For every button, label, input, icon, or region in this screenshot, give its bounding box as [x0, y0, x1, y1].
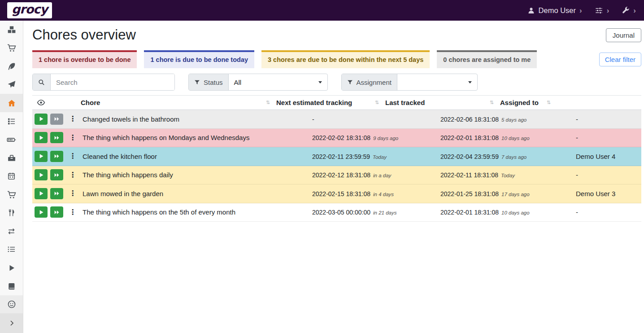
- brand-logo[interactable]: grocy: [7, 2, 52, 18]
- sidebar-item-purchase[interactable]: [0, 185, 23, 204]
- track-chore-button[interactable]: [35, 169, 48, 180]
- smiley-icon: [7, 300, 16, 309]
- status-filter-group: Status All: [188, 74, 328, 91]
- settings-menu[interactable]: ›: [595, 6, 609, 15]
- assigned-to-value: -: [572, 115, 641, 123]
- skip-chore-button[interactable]: [50, 151, 63, 162]
- main-content: Chores overview Journal 1 chore is overd…: [23, 21, 644, 333]
- sidebar: [0, 21, 23, 333]
- list-icon: [7, 245, 16, 254]
- last-tracked-relative: Today: [501, 173, 515, 178]
- next-tracking-relative: 9 days ago: [373, 136, 398, 141]
- next-tracking-value: 2022-02-11 23:59:59: [312, 153, 370, 160]
- track-chore-button[interactable]: [35, 188, 48, 199]
- sidebar-expand-toggle[interactable]: [0, 313, 23, 333]
- caret-down-icon: [318, 81, 322, 83]
- sidebar-item-feedback[interactable]: [0, 295, 23, 313]
- row-menu-button[interactable]: ⋮: [68, 115, 77, 123]
- journal-button[interactable]: Journal: [606, 28, 641, 42]
- chore-name: Lawn mowed in the garden: [79, 190, 309, 197]
- header-chore[interactable]: Chore⇅: [81, 96, 276, 110]
- skip-chore-button[interactable]: [50, 169, 63, 180]
- header-assigned-to[interactable]: Assigned to⇅: [500, 96, 557, 110]
- sidebar-item-meal-plan[interactable]: [0, 75, 23, 94]
- assignment-select[interactable]: [397, 74, 477, 90]
- sidebar-item-chores[interactable]: [0, 94, 23, 112]
- next-tracking-relative: in a day: [373, 173, 391, 178]
- chevron-right-icon: [8, 320, 15, 327]
- sort-icon: ⇅: [266, 100, 270, 105]
- next-tracking-relative: Today: [373, 154, 387, 160]
- last-tracked-relative: 17 days ago: [501, 192, 530, 197]
- assigned-to-value: -: [572, 134, 641, 141]
- due-today-banner[interactable]: 1 chore is due to be done today: [144, 50, 254, 68]
- chevron-right-icon: ›: [579, 7, 582, 14]
- last-tracked-value: 2022-01-25 18:31:08: [440, 190, 499, 197]
- play-icon: [39, 210, 44, 215]
- user-menu[interactable]: Demo User ›: [527, 6, 582, 15]
- search-input[interactable]: [51, 74, 174, 90]
- sidebar-item-transfer[interactable]: [0, 222, 23, 241]
- sidebar-item-recipes[interactable]: [0, 57, 23, 76]
- sort-icon: ⇅: [375, 100, 379, 105]
- sidebar-item-shopping-list[interactable]: [0, 39, 23, 57]
- track-chore-button[interactable]: [35, 206, 48, 218]
- header-last-tracked[interactable]: Last tracked⇅: [385, 96, 500, 110]
- boxes-icon: [7, 25, 16, 34]
- table-row: ⋮ Changed towels in the bathroom - 2022-…: [32, 110, 641, 129]
- fast-forward-icon: [54, 116, 60, 122]
- home-icon: [7, 99, 16, 108]
- last-tracked-relative: 5 days ago: [501, 117, 527, 123]
- admin-menu[interactable]: ›: [622, 6, 636, 14]
- track-chore-button[interactable]: [35, 151, 48, 162]
- user-name: Demo User: [539, 6, 576, 15]
- page-title: Chores overview: [32, 27, 136, 43]
- fast-forward-icon: [54, 210, 60, 215]
- user-icon: [527, 7, 535, 14]
- status-select[interactable]: All: [229, 74, 327, 90]
- sidebar-item-journal[interactable]: [0, 277, 23, 295]
- search-icon-box: [33, 74, 51, 90]
- fast-forward-icon: [54, 153, 60, 159]
- track-chore-button[interactable]: [35, 114, 48, 125]
- row-menu-button[interactable]: ⋮: [68, 134, 77, 141]
- sidebar-item-track[interactable]: [0, 259, 23, 277]
- last-tracked-relative: 7 days ago: [501, 154, 527, 160]
- assigned-to-me-banner[interactable]: 0 chores are assigned to me: [437, 50, 537, 68]
- play-icon: [39, 172, 44, 178]
- next-tracking-value: -: [312, 116, 314, 123]
- track-chore-button[interactable]: [35, 132, 48, 143]
- column-visibility-toggle[interactable]: [32, 96, 81, 110]
- row-menu-button[interactable]: ⋮: [68, 190, 77, 197]
- sidebar-item-tasks[interactable]: [0, 112, 23, 131]
- eye-icon: [37, 98, 45, 107]
- sidebar-item-calendar[interactable]: [0, 167, 23, 185]
- last-tracked-value: 2022-02-06 18:31:08: [440, 116, 499, 123]
- sidebar-item-batteries[interactable]: [0, 131, 23, 149]
- chevron-right-icon: ›: [607, 7, 609, 14]
- due-soon-banner[interactable]: 3 chores are due to be done within the n…: [261, 50, 430, 68]
- row-menu-button[interactable]: ⋮: [68, 153, 77, 160]
- row-menu-button[interactable]: ⋮: [68, 171, 77, 179]
- overdue-banner[interactable]: 1 chore is overdue to be done: [32, 50, 137, 68]
- fast-forward-icon: [54, 191, 60, 196]
- header-next-estimated-tracking[interactable]: Next estimated tracking⇅: [276, 96, 385, 110]
- filter-icon: [194, 79, 200, 85]
- sidebar-item-inventory[interactable]: [0, 241, 23, 259]
- skip-chore-button[interactable]: [50, 114, 63, 125]
- shopping-cart-icon: [7, 44, 16, 53]
- book-icon: [8, 282, 16, 290]
- sidebar-item-consume[interactable]: [0, 204, 23, 222]
- sidebar-item-equipment[interactable]: [0, 149, 23, 167]
- assigned-to-value: -: [572, 171, 641, 179]
- sidebar-item-stock[interactable]: [0, 21, 23, 39]
- skip-chore-button[interactable]: [50, 132, 63, 143]
- last-tracked-value: 2022-02-04 23:59:59: [440, 153, 499, 160]
- exchange-icon: [7, 227, 16, 236]
- skip-chore-button[interactable]: [50, 206, 63, 218]
- skip-chore-button[interactable]: [50, 188, 63, 199]
- fast-forward-icon: [54, 135, 60, 140]
- chore-name: The thing which happens on Mondays and W…: [79, 134, 309, 141]
- row-menu-button[interactable]: ⋮: [68, 209, 77, 216]
- clear-filter-button[interactable]: Clear filter: [599, 53, 641, 66]
